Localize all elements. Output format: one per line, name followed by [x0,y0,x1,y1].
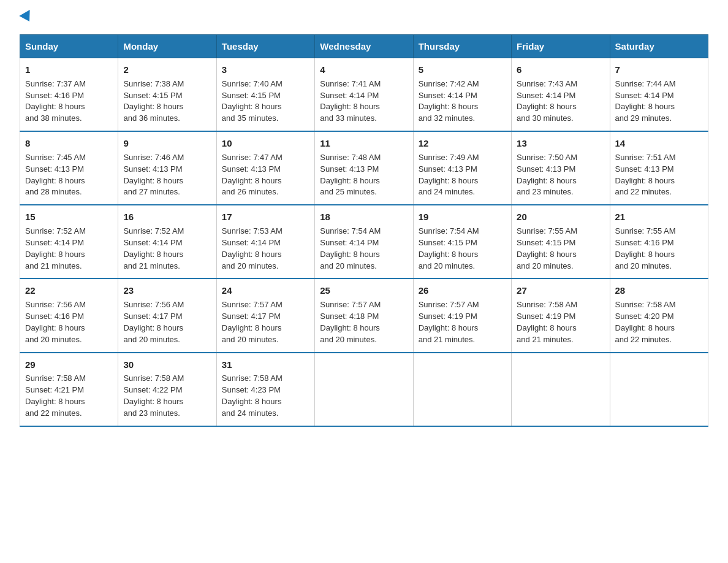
day-info: Sunrise: 7:46 AMSunset: 4:13 PMDaylight:… [123,153,184,197]
calendar-day-cell: 29 Sunrise: 7:58 AMSunset: 4:21 PMDaylig… [20,353,118,426]
day-info: Sunrise: 7:44 AMSunset: 4:14 PMDaylight:… [615,79,676,123]
day-number: 19 [419,210,506,224]
day-info: Sunrise: 7:57 AMSunset: 4:17 PMDaylight:… [222,300,282,344]
day-info: Sunrise: 7:54 AMSunset: 4:15 PMDaylight:… [419,226,479,270]
calendar-day-cell: 18 Sunrise: 7:54 AMSunset: 4:14 PMDaylig… [315,205,413,278]
calendar-day-cell: 23 Sunrise: 7:56 AMSunset: 4:17 PMDaylig… [118,278,216,352]
day-info: Sunrise: 7:50 AMSunset: 4:13 PMDaylight:… [517,153,577,197]
calendar-day-cell: 31 Sunrise: 7:58 AMSunset: 4:23 PMDaylig… [216,353,314,426]
calendar-table: SundayMondayTuesdayWednesdayThursdayFrid… [20,34,708,427]
logo [20,15,33,22]
calendar-day-cell [610,353,708,426]
calendar-day-cell: 8 Sunrise: 7:45 AMSunset: 4:13 PMDayligh… [20,131,118,205]
day-info: Sunrise: 7:49 AMSunset: 4:13 PMDaylight:… [419,153,479,197]
day-info: Sunrise: 7:43 AMSunset: 4:14 PMDaylight:… [517,79,577,123]
calendar-day-cell: 26 Sunrise: 7:57 AMSunset: 4:19 PMDaylig… [413,278,511,352]
day-number: 2 [123,63,211,77]
day-info: Sunrise: 7:42 AMSunset: 4:14 PMDaylight:… [419,79,479,123]
day-info: Sunrise: 7:58 AMSunset: 4:19 PMDaylight:… [517,300,577,344]
day-info: Sunrise: 7:48 AMSunset: 4:13 PMDaylight:… [320,153,381,197]
calendar-day-cell: 14 Sunrise: 7:51 AMSunset: 4:13 PMDaylig… [610,131,708,205]
day-number: 25 [320,284,408,297]
day-number: 12 [419,137,506,150]
calendar-day-cell: 2 Sunrise: 7:38 AMSunset: 4:15 PMDayligh… [118,58,216,132]
page-header [20,15,708,22]
calendar-day-cell: 12 Sunrise: 7:49 AMSunset: 4:13 PMDaylig… [413,131,511,205]
header-friday: Friday [512,35,610,58]
day-number: 27 [517,284,604,297]
day-number: 5 [419,63,506,77]
header-monday: Monday [118,35,216,58]
day-number: 24 [222,284,309,297]
calendar-day-cell: 22 Sunrise: 7:56 AMSunset: 4:16 PMDaylig… [20,278,118,352]
calendar-day-cell: 11 Sunrise: 7:48 AMSunset: 4:13 PMDaylig… [315,131,413,205]
calendar-day-cell: 30 Sunrise: 7:58 AMSunset: 4:22 PMDaylig… [118,353,216,426]
calendar-header-row: SundayMondayTuesdayWednesdayThursdayFrid… [20,35,708,58]
calendar-day-cell: 15 Sunrise: 7:52 AMSunset: 4:14 PMDaylig… [20,205,118,278]
header-saturday: Saturday [610,35,708,58]
day-info: Sunrise: 7:58 AMSunset: 4:20 PMDaylight:… [615,300,676,344]
logo-triangle-icon [19,10,34,25]
day-number: 3 [222,63,309,77]
day-number: 10 [222,137,309,150]
day-number: 8 [25,137,113,150]
header-wednesday: Wednesday [315,35,413,58]
day-info: Sunrise: 7:52 AMSunset: 4:14 PMDaylight:… [123,226,184,270]
day-info: Sunrise: 7:41 AMSunset: 4:14 PMDaylight:… [320,79,381,123]
day-info: Sunrise: 7:37 AMSunset: 4:16 PMDaylight:… [25,79,86,123]
day-number: 23 [123,284,211,297]
day-number: 6 [517,63,604,77]
calendar-day-cell: 20 Sunrise: 7:55 AMSunset: 4:15 PMDaylig… [512,205,610,278]
calendar-day-cell: 28 Sunrise: 7:58 AMSunset: 4:20 PMDaylig… [610,278,708,352]
day-number: 30 [123,358,211,372]
day-number: 17 [222,210,309,224]
day-number: 1 [25,63,113,77]
calendar-week-row: 15 Sunrise: 7:52 AMSunset: 4:14 PMDaylig… [20,205,708,278]
day-info: Sunrise: 7:56 AMSunset: 4:16 PMDaylight:… [25,300,86,344]
logo-blue-text [20,15,33,22]
day-info: Sunrise: 7:57 AMSunset: 4:18 PMDaylight:… [320,300,381,344]
calendar-day-cell: 19 Sunrise: 7:54 AMSunset: 4:15 PMDaylig… [413,205,511,278]
calendar-week-row: 8 Sunrise: 7:45 AMSunset: 4:13 PMDayligh… [20,131,708,205]
day-number: 7 [615,63,703,77]
header-thursday: Thursday [413,35,511,58]
day-number: 31 [222,358,309,372]
day-number: 4 [320,63,408,77]
day-info: Sunrise: 7:58 AMSunset: 4:23 PMDaylight:… [222,373,282,418]
day-number: 18 [320,210,408,224]
day-number: 16 [123,210,211,224]
day-info: Sunrise: 7:56 AMSunset: 4:17 PMDaylight:… [123,300,184,344]
day-info: Sunrise: 7:58 AMSunset: 4:21 PMDaylight:… [25,373,86,418]
calendar-day-cell: 3 Sunrise: 7:40 AMSunset: 4:15 PMDayligh… [216,58,314,132]
calendar-day-cell [512,353,610,426]
day-number: 29 [25,358,113,372]
calendar-day-cell: 6 Sunrise: 7:43 AMSunset: 4:14 PMDayligh… [512,58,610,132]
day-info: Sunrise: 7:55 AMSunset: 4:15 PMDaylight:… [517,226,577,270]
day-info: Sunrise: 7:47 AMSunset: 4:13 PMDaylight:… [222,153,282,197]
calendar-day-cell [315,353,413,426]
calendar-day-cell: 25 Sunrise: 7:57 AMSunset: 4:18 PMDaylig… [315,278,413,352]
calendar-day-cell: 27 Sunrise: 7:58 AMSunset: 4:19 PMDaylig… [512,278,610,352]
day-number: 9 [123,137,211,150]
calendar-day-cell: 10 Sunrise: 7:47 AMSunset: 4:13 PMDaylig… [216,131,314,205]
calendar-day-cell [413,353,511,426]
calendar-week-row: 29 Sunrise: 7:58 AMSunset: 4:21 PMDaylig… [20,353,708,426]
day-number: 28 [615,284,703,297]
calendar-day-cell: 1 Sunrise: 7:37 AMSunset: 4:16 PMDayligh… [20,58,118,132]
day-number: 21 [615,210,703,224]
day-number: 26 [419,284,506,297]
day-info: Sunrise: 7:51 AMSunset: 4:13 PMDaylight:… [615,153,676,197]
calendar-day-cell: 7 Sunrise: 7:44 AMSunset: 4:14 PMDayligh… [610,58,708,132]
day-number: 13 [517,137,604,150]
calendar-day-cell: 21 Sunrise: 7:55 AMSunset: 4:16 PMDaylig… [610,205,708,278]
calendar-week-row: 22 Sunrise: 7:56 AMSunset: 4:16 PMDaylig… [20,278,708,352]
calendar-day-cell: 16 Sunrise: 7:52 AMSunset: 4:14 PMDaylig… [118,205,216,278]
calendar-day-cell: 24 Sunrise: 7:57 AMSunset: 4:17 PMDaylig… [216,278,314,352]
calendar-day-cell: 5 Sunrise: 7:42 AMSunset: 4:14 PMDayligh… [413,58,511,132]
day-info: Sunrise: 7:53 AMSunset: 4:14 PMDaylight:… [222,226,282,270]
day-info: Sunrise: 7:52 AMSunset: 4:14 PMDaylight:… [25,226,86,270]
calendar-day-cell: 17 Sunrise: 7:53 AMSunset: 4:14 PMDaylig… [216,205,314,278]
day-number: 15 [25,210,113,224]
day-number: 22 [25,284,113,297]
header-sunday: Sunday [20,35,118,58]
